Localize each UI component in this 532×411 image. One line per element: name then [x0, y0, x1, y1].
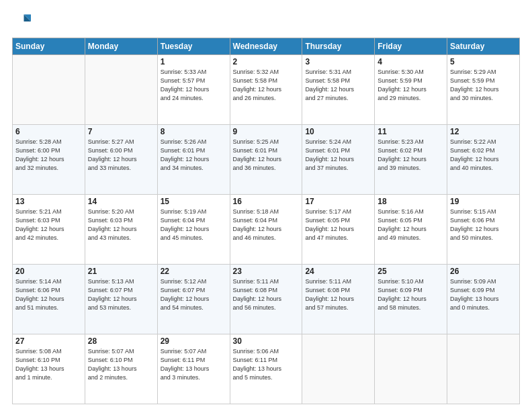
day-number: 10 [305, 127, 371, 136]
day-info: Sunrise: 5:25 AM Sunset: 6:01 PM Dayligh… [233, 138, 300, 173]
calendar-table: SundayMondayTuesdayWednesdayThursdayFrid… [12, 38, 520, 404]
calendar-day-5: 5Sunrise: 5:29 AM Sunset: 5:59 PM Daylig… [447, 55, 520, 125]
day-info: Sunrise: 5:27 AM Sunset: 6:00 PM Dayligh… [88, 138, 154, 173]
day-info: Sunrise: 5:18 AM Sunset: 6:04 PM Dayligh… [233, 208, 300, 242]
calendar-day-30: 30Sunrise: 5:06 AM Sunset: 6:11 PM Dayli… [230, 334, 302, 404]
day-info: Sunrise: 5:06 AM Sunset: 6:11 PM Dayligh… [233, 347, 300, 382]
day-number: 24 [305, 267, 371, 276]
calendar-weekday-friday: Friday [375, 38, 447, 55]
day-info: Sunrise: 5:07 AM Sunset: 6:10 PM Dayligh… [88, 347, 154, 382]
day-info: Sunrise: 5:21 AM Sunset: 6:03 PM Dayligh… [15, 208, 82, 242]
day-info: Sunrise: 5:33 AM Sunset: 5:57 PM Dayligh… [161, 68, 227, 103]
day-info: Sunrise: 5:19 AM Sunset: 6:04 PM Dayligh… [161, 208, 227, 242]
calendar-day-7: 7Sunrise: 5:27 AM Sunset: 6:00 PM Daylig… [85, 125, 157, 195]
day-info: Sunrise: 5:17 AM Sunset: 6:05 PM Dayligh… [305, 208, 371, 242]
calendar-day-10: 10Sunrise: 5:24 AM Sunset: 6:01 PM Dayli… [302, 125, 375, 195]
day-number: 23 [233, 267, 300, 276]
day-info: Sunrise: 5:07 AM Sunset: 6:11 PM Dayligh… [161, 347, 227, 382]
calendar-day-20: 20Sunrise: 5:14 AM Sunset: 6:06 PM Dayli… [13, 265, 85, 334]
day-info: Sunrise: 5:28 AM Sunset: 6:00 PM Dayligh… [15, 138, 82, 173]
day-number: 27 [15, 336, 82, 346]
calendar-day-12: 12Sunrise: 5:22 AM Sunset: 6:02 PM Dayli… [447, 125, 520, 195]
day-info: Sunrise: 5:20 AM Sunset: 6:03 PM Dayligh… [88, 208, 154, 242]
calendar-day-15: 15Sunrise: 5:19 AM Sunset: 6:04 PM Dayli… [157, 195, 230, 265]
day-info: Sunrise: 5:11 AM Sunset: 6:08 PM Dayligh… [233, 277, 300, 312]
calendar-header-row: SundayMondayTuesdayWednesdayThursdayFrid… [13, 38, 520, 55]
day-number: 4 [378, 57, 444, 66]
calendar-empty [85, 55, 157, 125]
calendar-week-3: 13Sunrise: 5:21 AM Sunset: 6:03 PM Dayli… [13, 195, 520, 265]
day-number: 8 [161, 127, 227, 136]
calendar-empty [447, 334, 520, 404]
day-number: 29 [161, 336, 227, 346]
calendar-weekday-tuesday: Tuesday [157, 38, 230, 55]
header [12, 12, 520, 31]
calendar-day-25: 25Sunrise: 5:10 AM Sunset: 6:09 PM Dayli… [375, 265, 447, 334]
calendar-day-24: 24Sunrise: 5:11 AM Sunset: 6:08 PM Dayli… [302, 265, 375, 334]
day-info: Sunrise: 5:08 AM Sunset: 6:10 PM Dayligh… [15, 347, 82, 382]
day-number: 5 [450, 57, 517, 66]
calendar-day-23: 23Sunrise: 5:11 AM Sunset: 6:08 PM Dayli… [230, 265, 302, 334]
calendar-day-19: 19Sunrise: 5:15 AM Sunset: 6:06 PM Dayli… [447, 195, 520, 265]
calendar-empty [302, 334, 375, 404]
day-number: 22 [161, 267, 227, 276]
day-number: 9 [233, 127, 300, 136]
day-number: 17 [305, 197, 371, 206]
day-number: 20 [15, 267, 82, 276]
day-number: 14 [88, 197, 154, 206]
day-number: 19 [450, 197, 517, 206]
day-number: 21 [88, 267, 154, 276]
calendar-empty [13, 55, 85, 125]
day-info: Sunrise: 5:09 AM Sunset: 6:09 PM Dayligh… [450, 277, 517, 312]
day-number: 18 [378, 197, 444, 206]
page: SundayMondayTuesdayWednesdayThursdayFrid… [0, 0, 532, 411]
day-info: Sunrise: 5:26 AM Sunset: 6:01 PM Dayligh… [161, 138, 227, 173]
day-info: Sunrise: 5:31 AM Sunset: 5:58 PM Dayligh… [305, 68, 371, 103]
calendar-day-1: 1Sunrise: 5:33 AM Sunset: 5:57 PM Daylig… [157, 55, 230, 125]
calendar-day-28: 28Sunrise: 5:07 AM Sunset: 6:10 PM Dayli… [85, 334, 157, 404]
day-info: Sunrise: 5:24 AM Sunset: 6:01 PM Dayligh… [305, 138, 371, 173]
calendar-day-3: 3Sunrise: 5:31 AM Sunset: 5:58 PM Daylig… [302, 55, 375, 125]
calendar-day-6: 6Sunrise: 5:28 AM Sunset: 6:00 PM Daylig… [13, 125, 85, 195]
logo-icon [12, 12, 31, 31]
calendar-weekday-sunday: Sunday [13, 38, 85, 55]
calendar-empty [375, 334, 447, 404]
calendar-weekday-thursday: Thursday [302, 38, 375, 55]
day-info: Sunrise: 5:22 AM Sunset: 6:02 PM Dayligh… [450, 138, 517, 173]
day-number: 28 [88, 336, 154, 346]
day-number: 6 [15, 127, 82, 136]
calendar-day-17: 17Sunrise: 5:17 AM Sunset: 6:05 PM Dayli… [302, 195, 375, 265]
calendar-week-5: 27Sunrise: 5:08 AM Sunset: 6:10 PM Dayli… [13, 334, 520, 404]
day-number: 11 [378, 127, 444, 136]
calendar-day-8: 8Sunrise: 5:26 AM Sunset: 6:01 PM Daylig… [157, 125, 230, 195]
day-info: Sunrise: 5:10 AM Sunset: 6:09 PM Dayligh… [378, 277, 444, 312]
day-info: Sunrise: 5:29 AM Sunset: 5:59 PM Dayligh… [450, 68, 517, 103]
calendar-day-14: 14Sunrise: 5:20 AM Sunset: 6:03 PM Dayli… [85, 195, 157, 265]
day-number: 2 [233, 57, 300, 66]
day-number: 15 [161, 197, 227, 206]
calendar-day-13: 13Sunrise: 5:21 AM Sunset: 6:03 PM Dayli… [13, 195, 85, 265]
day-number: 3 [305, 57, 371, 66]
day-info: Sunrise: 5:32 AM Sunset: 5:58 PM Dayligh… [233, 68, 300, 103]
day-number: 26 [450, 267, 517, 276]
day-number: 30 [233, 336, 300, 346]
calendar-day-11: 11Sunrise: 5:23 AM Sunset: 6:02 PM Dayli… [375, 125, 447, 195]
day-info: Sunrise: 5:11 AM Sunset: 6:08 PM Dayligh… [305, 277, 371, 312]
calendar-day-22: 22Sunrise: 5:12 AM Sunset: 6:07 PM Dayli… [157, 265, 230, 334]
day-number: 7 [88, 127, 154, 136]
day-info: Sunrise: 5:16 AM Sunset: 6:05 PM Dayligh… [378, 208, 444, 242]
day-number: 25 [378, 267, 444, 276]
calendar-weekday-monday: Monday [85, 38, 157, 55]
calendar-week-1: 1Sunrise: 5:33 AM Sunset: 5:57 PM Daylig… [13, 55, 520, 125]
day-info: Sunrise: 5:15 AM Sunset: 6:06 PM Dayligh… [450, 208, 517, 242]
calendar-day-21: 21Sunrise: 5:13 AM Sunset: 6:07 PM Dayli… [85, 265, 157, 334]
calendar-day-4: 4Sunrise: 5:30 AM Sunset: 5:59 PM Daylig… [375, 55, 447, 125]
calendar-day-18: 18Sunrise: 5:16 AM Sunset: 6:05 PM Dayli… [375, 195, 447, 265]
day-number: 16 [233, 197, 300, 206]
calendar-day-2: 2Sunrise: 5:32 AM Sunset: 5:58 PM Daylig… [230, 55, 302, 125]
calendar-weekday-saturday: Saturday [447, 38, 520, 55]
day-number: 12 [450, 127, 517, 136]
calendar-day-26: 26Sunrise: 5:09 AM Sunset: 6:09 PM Dayli… [447, 265, 520, 334]
day-number: 13 [15, 197, 82, 206]
day-info: Sunrise: 5:23 AM Sunset: 6:02 PM Dayligh… [378, 138, 444, 173]
